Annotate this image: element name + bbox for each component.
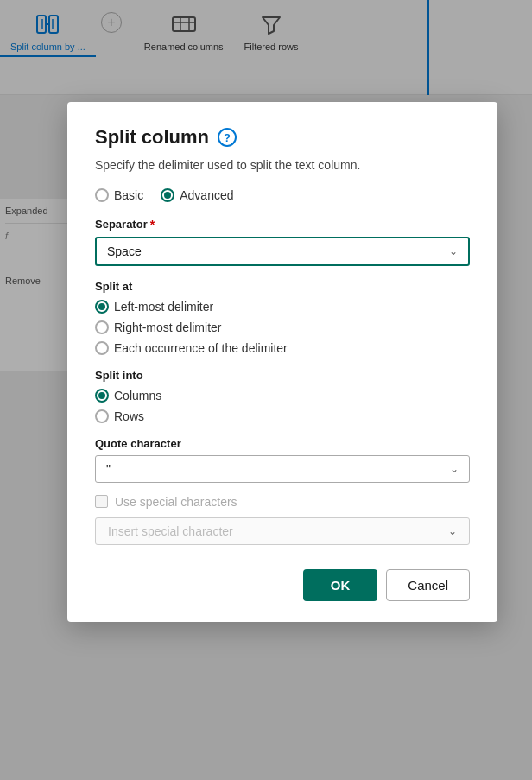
use-special-characters-checkbox[interactable] bbox=[95, 495, 108, 508]
mode-radio-group: Basic Advanced bbox=[95, 188, 470, 202]
separator-label: Separator * bbox=[95, 218, 470, 231]
split-column-modal: Split column ? Specify the delimiter use… bbox=[67, 102, 497, 622]
split-into-label: Split into bbox=[95, 369, 470, 382]
split-at-group: Left-most delimiter Right-most delimiter… bbox=[95, 300, 470, 355]
rows-radio-label: Rows bbox=[114, 409, 144, 423]
right-most-radio-label: Right-most delimiter bbox=[114, 320, 221, 334]
ok-button[interactable]: OK bbox=[303, 569, 378, 601]
separator-dropdown[interactable]: Space ⌄ bbox=[95, 237, 470, 266]
quote-character-value: " bbox=[106, 462, 111, 476]
split-into-group: Columns Rows bbox=[95, 389, 470, 423]
right-most-radio[interactable]: Right-most delimiter bbox=[95, 320, 470, 334]
each-occurrence-radio[interactable]: Each occurrence of the delimiter bbox=[95, 341, 470, 355]
left-most-radio-circle bbox=[95, 300, 109, 314]
each-occurrence-radio-label: Each occurrence of the delimiter bbox=[114, 341, 288, 355]
quote-character-chevron-icon: ⌄ bbox=[450, 463, 459, 475]
advanced-radio-option[interactable]: Advanced bbox=[161, 188, 233, 202]
help-icon[interactable]: ? bbox=[218, 128, 237, 147]
cancel-button[interactable]: Cancel bbox=[386, 569, 470, 601]
rows-radio[interactable]: Rows bbox=[95, 409, 470, 423]
columns-radio-circle bbox=[95, 389, 109, 403]
quote-character-dropdown[interactable]: " ⌄ bbox=[95, 455, 470, 483]
right-most-radio-circle bbox=[95, 320, 109, 334]
separator-chevron-icon: ⌄ bbox=[449, 245, 458, 257]
each-occurrence-radio-circle bbox=[95, 341, 109, 355]
modal-button-row: OK Cancel bbox=[95, 569, 470, 601]
modal-title-row: Split column ? bbox=[95, 126, 470, 149]
use-special-characters-label: Use special characters bbox=[115, 495, 238, 509]
basic-radio-option[interactable]: Basic bbox=[95, 188, 143, 202]
modal-subtitle: Specify the delimiter used to split the … bbox=[95, 157, 470, 174]
quote-character-label: Quote character bbox=[95, 437, 470, 450]
insert-special-character-dropdown: Insert special character ⌄ bbox=[95, 517, 470, 545]
use-special-characters-row: Use special characters bbox=[95, 495, 470, 509]
required-star: * bbox=[150, 218, 155, 231]
split-at-label: Split at bbox=[95, 280, 470, 293]
basic-radio-circle bbox=[95, 188, 109, 202]
rows-radio-circle bbox=[95, 409, 109, 423]
left-most-radio[interactable]: Left-most delimiter bbox=[95, 300, 470, 314]
columns-radio[interactable]: Columns bbox=[95, 389, 470, 403]
basic-radio-label: Basic bbox=[114, 188, 143, 202]
separator-value: Space bbox=[107, 244, 142, 258]
insert-special-character-label: Insert special character bbox=[108, 524, 233, 538]
advanced-radio-label: Advanced bbox=[180, 188, 233, 202]
insert-special-chevron-icon: ⌄ bbox=[448, 525, 457, 537]
quote-character-section: Quote character " ⌄ bbox=[95, 437, 470, 483]
columns-radio-label: Columns bbox=[114, 389, 162, 403]
modal-title: Split column bbox=[95, 126, 209, 149]
left-most-radio-label: Left-most delimiter bbox=[114, 300, 213, 314]
advanced-radio-circle bbox=[161, 188, 174, 202]
